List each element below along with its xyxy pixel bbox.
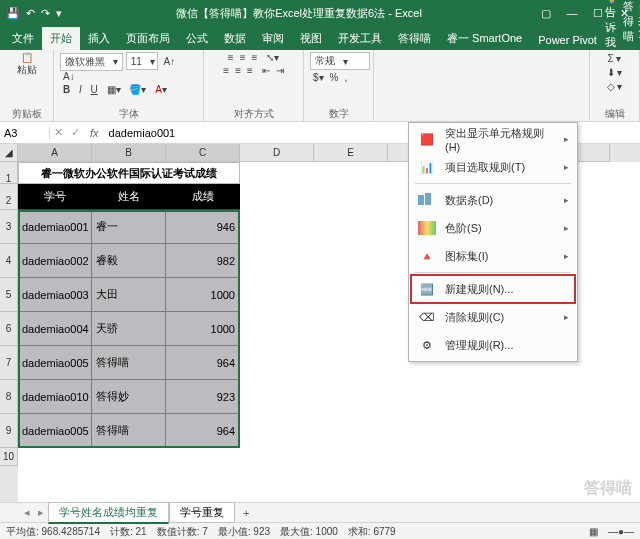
user[interactable]: 答得喵 <box>623 0 634 44</box>
cf-top-bottom-rules[interactable]: 📊项目选取规则(T)▸ <box>411 153 575 181</box>
cell[interactable]: 答得喵 <box>92 346 166 380</box>
tab-file[interactable]: 文件 <box>4 27 42 50</box>
table-header[interactable]: 姓名 <box>92 184 166 210</box>
cancel-icon[interactable]: ✕ <box>50 126 67 139</box>
cf-clear-rules[interactable]: ⌫清除规则(C)▸ <box>411 303 575 331</box>
fx-icon[interactable]: fx <box>84 127 105 139</box>
cell[interactable]: 睿毅 <box>92 244 166 278</box>
indent-inc-icon[interactable]: ⇥ <box>273 64 287 77</box>
row-header[interactable]: 6 <box>0 312 18 346</box>
sheet-nav-first-icon[interactable]: ◂ <box>20 506 34 519</box>
redo-icon[interactable]: ↷ <box>41 7 50 20</box>
cell[interactable]: 964 <box>166 414 240 448</box>
table-header[interactable]: 成绩 <box>166 184 240 210</box>
row-header[interactable]: 3 <box>0 210 18 244</box>
tab-view[interactable]: 视图 <box>292 27 330 50</box>
save-icon[interactable]: 💾 <box>6 7 20 20</box>
align-top-icon[interactable]: ≡ <box>225 51 237 64</box>
align-right-icon[interactable]: ≡ <box>244 64 256 77</box>
col-header[interactable]: C <box>166 144 240 162</box>
cell[interactable]: dademiao005 <box>18 414 92 448</box>
cell[interactable]: dademiao003 <box>18 278 92 312</box>
cf-color-scales[interactable]: 色阶(S)▸ <box>411 214 575 242</box>
comma-icon[interactable]: , <box>341 71 350 84</box>
cell[interactable]: dademiao004 <box>18 312 92 346</box>
cell[interactable]: 982 <box>166 244 240 278</box>
cf-data-bars[interactable]: 数据条(D)▸ <box>411 186 575 214</box>
enter-icon[interactable]: ✓ <box>67 126 84 139</box>
tab-custom1[interactable]: 答得喵 <box>390 27 439 50</box>
tab-formulas[interactable]: 公式 <box>178 27 216 50</box>
zoom-slider[interactable]: —●— <box>608 526 634 537</box>
cell[interactable]: dademiao001 <box>18 210 92 244</box>
sheet-tab[interactable]: 学号姓名成绩均重复 <box>48 502 169 524</box>
shrink-font-icon[interactable]: A↓ <box>60 70 78 83</box>
fill-color-button[interactable]: 🪣▾ <box>126 83 149 96</box>
tab-powerpivot[interactable]: Power Pivot <box>530 30 605 50</box>
col-header[interactable]: B <box>92 144 166 162</box>
tab-custom2[interactable]: 睿一 SmartOne <box>439 27 530 50</box>
font-size-select[interactable]: 11▾ <box>126 52 158 70</box>
minimize-icon[interactable]: — <box>562 7 582 20</box>
tab-home[interactable]: 开始 <box>42 27 80 50</box>
cell[interactable]: dademiao005 <box>18 346 92 380</box>
grow-font-icon[interactable]: A↑ <box>161 55 179 68</box>
view-normal-icon[interactable]: ▦ <box>589 526 598 537</box>
clear-button[interactable]: ◇ ▾ <box>604 80 626 93</box>
tab-layout[interactable]: 页面布局 <box>118 27 178 50</box>
table-title[interactable]: 睿一微软办公软件国际认证考试成绩 <box>18 162 240 184</box>
row-header[interactable]: 1 <box>0 162 18 184</box>
row-header[interactable]: 10 <box>0 448 18 466</box>
ribbon-options-icon[interactable]: ▢ <box>536 7 556 20</box>
cell[interactable]: 1000 <box>166 278 240 312</box>
bold-button[interactable]: B <box>60 83 73 96</box>
border-button[interactable]: ▦▾ <box>104 83 124 96</box>
fill-button[interactable]: ⬇ ▾ <box>604 66 626 79</box>
col-header[interactable]: E <box>314 144 388 162</box>
underline-button[interactable]: U <box>88 83 101 96</box>
tell-me[interactable]: 💡 告诉我 <box>605 0 619 50</box>
row-header[interactable]: 7 <box>0 346 18 380</box>
sheet-nav-prev-icon[interactable]: ▸ <box>34 506 48 519</box>
cell[interactable]: 946 <box>166 210 240 244</box>
cell[interactable]: 1000 <box>166 312 240 346</box>
select-all-corner[interactable]: ◢ <box>0 144 18 162</box>
align-mid-icon[interactable]: ≡ <box>237 51 249 64</box>
align-bot-icon[interactable]: ≡ <box>249 51 261 64</box>
cf-new-rule[interactable]: 🆕新建规则(N)... <box>411 275 575 303</box>
row-header[interactable]: 2 <box>0 184 18 210</box>
paste-button[interactable]: 📋粘贴 <box>17 52 37 77</box>
tab-insert[interactable]: 插入 <box>80 27 118 50</box>
cell[interactable]: dademiao002 <box>18 244 92 278</box>
cell[interactable]: 睿一 <box>92 210 166 244</box>
cell[interactable]: 答得妙 <box>92 380 166 414</box>
cf-manage-rules[interactable]: ⚙管理规则(R)... <box>411 331 575 359</box>
name-box[interactable]: A3 <box>0 127 50 139</box>
table-header[interactable]: 学号 <box>18 184 92 210</box>
row-header[interactable]: 9 <box>0 414 18 448</box>
cell[interactable]: 天骄 <box>92 312 166 346</box>
italic-button[interactable]: I <box>76 83 85 96</box>
sheet-tab[interactable]: 学号重复 <box>169 502 235 523</box>
cell[interactable]: dademiao010 <box>18 380 92 414</box>
cell[interactable]: 大田 <box>92 278 166 312</box>
indent-dec-icon[interactable]: ⇤ <box>259 64 273 77</box>
tab-dev[interactable]: 开发工具 <box>330 27 390 50</box>
row-header[interactable]: 4 <box>0 244 18 278</box>
font-name-select[interactable]: 微软雅黑▾ <box>60 53 123 71</box>
percent-icon[interactable]: % <box>327 71 342 84</box>
tab-data[interactable]: 数据 <box>216 27 254 50</box>
add-sheet-button[interactable]: + <box>235 507 257 519</box>
cell[interactable]: 964 <box>166 346 240 380</box>
orientation-icon[interactable]: ⤡▾ <box>263 51 282 64</box>
cf-highlight-rules[interactable]: 🟥突出显示单元格规则(H)▸ <box>411 125 575 153</box>
autosum-button[interactable]: Σ ▾ <box>605 52 625 65</box>
cell[interactable]: 923 <box>166 380 240 414</box>
row-header[interactable]: 8 <box>0 380 18 414</box>
col-header[interactable]: A <box>18 144 92 162</box>
cf-icon-sets[interactable]: 🔺图标集(I)▸ <box>411 242 575 270</box>
tab-review[interactable]: 审阅 <box>254 27 292 50</box>
currency-icon[interactable]: $▾ <box>310 71 327 84</box>
row-header[interactable]: 5 <box>0 278 18 312</box>
align-center-icon[interactable]: ≡ <box>232 64 244 77</box>
